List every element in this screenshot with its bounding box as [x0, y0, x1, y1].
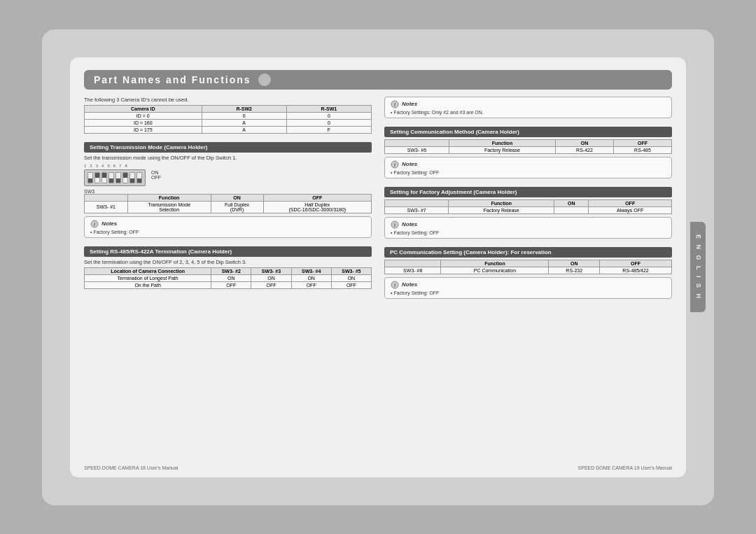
comm-method-section: Setting Communication Method (Camera Hol…: [384, 127, 672, 181]
comm-method-table: FunctionONOFF SW3- #6Factory ReleaseRS-4…: [384, 139, 672, 154]
title-icon: [258, 73, 271, 86]
notes-icon: i: [391, 220, 399, 229]
table-row: ID = 000: [85, 112, 372, 119]
rs485-header: Setting RS-485/RS-422A Termination (Came…: [84, 246, 372, 257]
transmission-mode-table: Function ON OFF SW3- #1 Transmission Mod…: [84, 194, 372, 213]
camera-id-table: Camera ID R-SW2 R-SW1 ID = 000 ID = 160A…: [84, 105, 372, 134]
outer-card: E N G L I S H Part Names and Functions T…: [42, 29, 714, 505]
col-header-rsw1: R-SW1: [286, 105, 371, 112]
dip-switch-body: [84, 169, 146, 186]
notes-content: • Factory Setting: OFF: [90, 230, 365, 234]
table-row: Termination of Longest Path ONONONON: [85, 274, 372, 281]
transmission-mode-section: Setting Transmission Mode (Camera Holder…: [84, 142, 372, 241]
footer: SPEED DOME CAMERA 18 User's Manual SPEED…: [84, 465, 672, 470]
notes-icon: i: [90, 220, 99, 228]
notes-icon: i: [391, 100, 399, 108]
table-row: SW3- #1 Transmission ModeSelection Full …: [85, 201, 372, 213]
notes-title: i Notes: [391, 220, 666, 229]
pc-comm-section: PC Communication Setting (Camera Holder)…: [384, 247, 672, 302]
top-notes-box: i Notes • Factory Settings: Only #2 and …: [384, 97, 672, 118]
transmission-mode-desc: Set the transmission mode using the ON/O…: [84, 155, 372, 161]
transmission-notes-box: i Notes • Factory Setting: OFF: [84, 216, 372, 238]
notes-content: • Factory Settings: Only #2 and #3 are O…: [391, 110, 666, 115]
notes-content: • Factory Setting: OFF: [391, 230, 666, 235]
notes-content: • Factory Setting: OFF: [391, 170, 666, 175]
footer-right: SPEED DOME CAMERA 19 User's Manual: [578, 465, 672, 470]
factory-adj-section: Setting for Factory Adjustment (Camera H…: [384, 187, 672, 241]
comm-method-header: Setting Communication Method (Camera Hol…: [384, 127, 672, 137]
notes-title: i Notes: [90, 220, 365, 228]
rs485-desc: Set the termination using the ON/OFF of …: [84, 259, 372, 265]
footer-left: SPEED DOME CAMERA 18 User's Manual: [84, 465, 178, 470]
content-columns: The following 3 Camera ID's cannot be us…: [84, 97, 672, 461]
table-row: SW3- #6Factory ReleaseRS-422RS-485: [385, 146, 672, 153]
notes-icon: i: [391, 281, 399, 289]
factory-adj-header: Setting for Factory Adjustment (Camera H…: [384, 187, 672, 197]
notes-title: i Notes: [391, 281, 666, 289]
pc-notes-box: i Notes • Factory Setting: OFF: [384, 277, 672, 299]
notes-title: i Notes: [391, 100, 666, 108]
inner-card: E N G L I S H Part Names and Functions T…: [70, 57, 686, 477]
on-off-labels: ON OFF: [151, 170, 161, 180]
rs485-table: Location of Camera Connection SW3- #2 SW…: [84, 267, 372, 289]
col-header-rsw2: R-SW2: [202, 105, 286, 112]
col-header-camera-id: Camera ID: [85, 105, 202, 112]
pc-comm-table: FunctionONOFF SW3- #8PC CommunicationRS-…: [384, 260, 672, 274]
table-row: On the Path OFFOFFOFFOFF: [85, 281, 372, 288]
page-title: Part Names and Functions: [94, 74, 251, 85]
camera-id-intro: The following 3 Camera ID's cannot be us…: [84, 97, 372, 103]
notes-content: • Factory Setting: OFF: [391, 290, 666, 295]
table-row: SW3- #7Factory ReleaseAlways OFF: [385, 206, 672, 213]
factory-notes-box: i Notes • Factory Setting: OFF: [384, 217, 672, 239]
right-column: i Notes • Factory Settings: Only #2 and …: [384, 97, 672, 461]
notes-title: i Notes: [391, 160, 666, 169]
table-row: SW3- #8PC CommunicationRS-232RS-485/422: [385, 267, 672, 274]
title-bar: Part Names and Functions: [84, 70, 672, 90]
notes-icon: i: [391, 160, 399, 169]
dip-switch-container: 1 2 3 4 5 6 7 8: [84, 164, 372, 186]
off-label: OFF: [151, 175, 161, 180]
sw3-label: SW3: [84, 189, 372, 194]
side-tab: E N G L I S H: [690, 222, 706, 313]
left-column: The following 3 Camera ID's cannot be us…: [84, 97, 372, 461]
transmission-mode-header: Setting Transmission Mode (Camera Holder…: [84, 142, 372, 153]
table-row: ID = 160A0: [85, 119, 372, 126]
on-label: ON: [151, 170, 161, 175]
factory-adj-table: FunctionONOFF SW3- #7Factory ReleaseAlwa…: [384, 199, 672, 214]
camera-id-section: The following 3 Camera ID's cannot be us…: [84, 97, 372, 136]
comm-notes-box: i Notes • Factory Setting: OFF: [384, 157, 672, 178]
rs485-section: Setting RS-485/RS-422A Termination (Came…: [84, 246, 372, 292]
pc-comm-header: PC Communication Setting (Camera Holder)…: [384, 247, 672, 258]
dip-switch: 1 2 3 4 5 6 7 8: [84, 164, 146, 186]
table-row: ID = 175AF: [85, 126, 372, 133]
